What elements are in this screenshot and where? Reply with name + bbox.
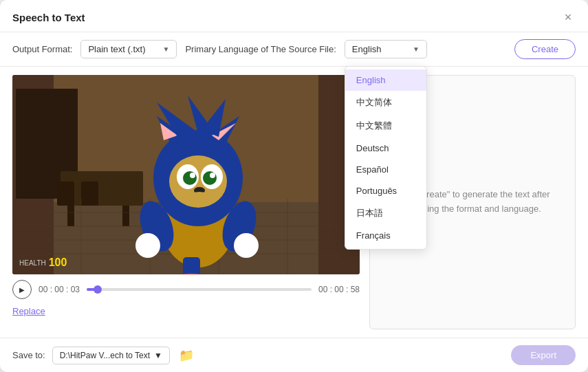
svg-rect-9 — [57, 182, 74, 206]
svg-point-30 — [189, 192, 210, 203]
lang-option-chinese-simplified[interactable]: 中文简体 — [345, 91, 426, 114]
video-overlay: HEALTH 100 — [19, 256, 67, 269]
toolbar: Output Format: Plain text (.txt) ▼ Prima… — [0, 32, 588, 67]
lang-option-deutsch[interactable]: Deutsch — [345, 138, 426, 159]
language-value: English — [352, 44, 382, 54]
svg-point-28 — [210, 173, 215, 178]
video-panel: HEALTH 100 ▶ 00 : 00 : 03 00 : 00 : 58 R… — [12, 75, 360, 329]
lang-option-portugues[interactable]: Português — [345, 180, 426, 201]
output-format-chevron: ▼ — [163, 45, 170, 53]
output-format-select[interactable]: Plain text (.txt) ▼ — [80, 40, 177, 58]
output-format-label: Output Format: — [12, 44, 72, 54]
language-dropdown: English 中文简体 中文繁體 Deutsch Español Portug… — [345, 66, 427, 250]
total-time: 00 : 00 : 58 — [318, 285, 360, 294]
dialog-title: Speech to Text — [12, 12, 85, 23]
lang-option-espanol[interactable]: Español — [345, 159, 426, 180]
health-label: HEALTH — [19, 259, 46, 267]
export-button[interactable]: Export — [511, 345, 576, 365]
video-scene — [12, 75, 360, 274]
playback-controls: ▶ 00 : 00 : 03 00 : 00 : 58 — [12, 280, 360, 299]
create-button[interactable]: Create — [514, 39, 576, 59]
main-content: HEALTH 100 ▶ 00 : 00 : 03 00 : 00 : 58 R… — [0, 67, 588, 338]
language-chevron: ▼ — [413, 45, 420, 53]
progress-thumb — [94, 285, 102, 294]
close-button[interactable]: × — [560, 10, 576, 25]
svg-point-27 — [190, 173, 195, 178]
video-container: HEALTH 100 — [12, 75, 360, 274]
play-button[interactable]: ▶ — [12, 280, 32, 299]
lang-option-japanese[interactable]: 日本語 — [345, 201, 426, 225]
browse-folder-button[interactable]: 📁 — [177, 346, 196, 365]
svg-rect-10 — [81, 182, 98, 206]
save-path-chevron: ▼ — [154, 351, 162, 360]
lang-option-francais[interactable]: Français — [345, 225, 426, 246]
save-label: Save to: — [12, 350, 45, 360]
svg-rect-7 — [67, 206, 74, 226]
svg-rect-42 — [183, 257, 200, 274]
speech-to-text-dialog: Speech to Text × Output Format: Plain te… — [0, 0, 588, 372]
svg-point-26 — [203, 171, 217, 185]
lang-option-chinese-traditional[interactable]: 中文繁體 — [345, 114, 426, 138]
lang-option-english[interactable]: English — [345, 69, 426, 91]
svg-point-25 — [183, 171, 197, 185]
save-path-value: D:\HitPaw V...ech to Text — [60, 351, 150, 360]
output-format-value: Plain text (.txt) — [88, 44, 145, 54]
video-score: 100 — [49, 256, 67, 269]
current-time: 00 : 00 : 03 — [39, 285, 80, 294]
title-bar: Speech to Text × — [0, 0, 588, 32]
save-path-select[interactable]: D:\HitPaw V...ech to Text ▼ — [52, 347, 170, 364]
replace-link[interactable]: Replace — [12, 306, 45, 316]
svg-rect-8 — [122, 206, 129, 226]
replace-section: Replace — [12, 305, 360, 317]
svg-point-41 — [234, 233, 259, 258]
progress-bar[interactable] — [87, 288, 312, 291]
language-select[interactable]: English ▼ — [345, 40, 427, 58]
language-select-wrapper: English ▼ English 中文简体 中文繁體 Deutsch Espa… — [345, 40, 427, 58]
svg-point-40 — [135, 233, 160, 258]
language-label: Primary Language of The Source File: — [185, 44, 336, 54]
footer: Save to: D:\HitPaw V...ech to Text ▼ 📁 E… — [0, 338, 588, 372]
